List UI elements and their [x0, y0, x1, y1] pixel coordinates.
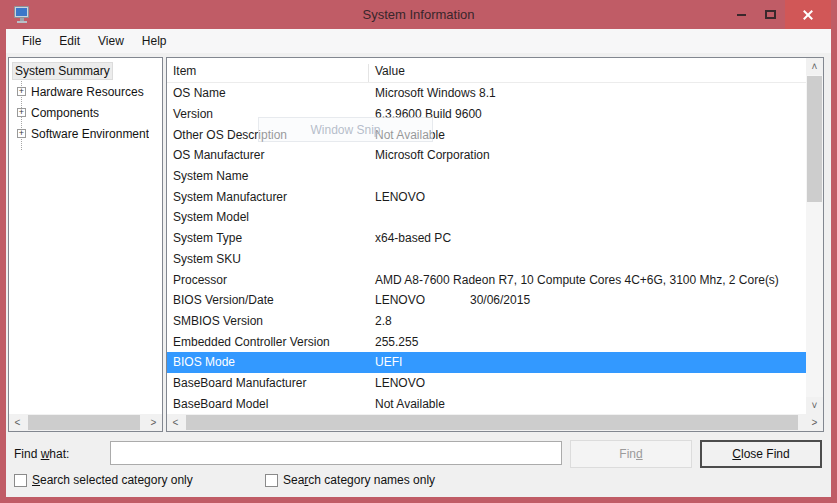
window-border: [0, 497, 837, 503]
menu-item-help[interactable]: Help: [133, 29, 176, 53]
value-cell: Not Available: [369, 397, 806, 411]
scrollbar-thumb[interactable]: [807, 76, 822, 202]
scrollbar-thumb[interactable]: [186, 415, 798, 430]
tree-item-label: Software Environment: [31, 127, 149, 141]
table-row[interactable]: BIOS Version/DateLENOVO30/06/2015: [167, 290, 806, 311]
scrollbar-thumb[interactable]: [28, 415, 140, 430]
table-row[interactable]: BaseBoard ModelNot Available: [167, 393, 806, 414]
find-what-input[interactable]: [110, 441, 562, 465]
scroll-left-icon[interactable]: ˂: [9, 414, 26, 431]
search-option-checkbox-2[interactable]: Search category names only: [265, 473, 435, 487]
value-part: 30/06/2015: [470, 293, 530, 307]
value-cell: LENOVO: [369, 376, 806, 390]
checkbox-icon[interactable]: [14, 474, 27, 487]
table-row[interactable]: System ManufacturerLENOVO: [167, 186, 806, 207]
expand-plus-icon[interactable]: +: [17, 87, 26, 96]
checkbox-label: Search selected category only: [32, 473, 193, 487]
item-cell: System Name: [167, 169, 369, 183]
tree-item-label: Hardware Resources: [31, 85, 144, 99]
table-row[interactable]: System Name: [167, 166, 806, 187]
value-cell: 255.255: [369, 335, 806, 349]
close-find-button[interactable]: Close Find: [700, 440, 822, 468]
search-option-checkbox-1[interactable]: Search selected category only: [14, 473, 193, 487]
tree-item-label: Components: [31, 106, 99, 120]
details-horizontal-scrollbar[interactable]: ˂ ˃: [167, 414, 823, 431]
scroll-up-icon[interactable]: ˄: [806, 58, 823, 75]
expand-plus-icon[interactable]: +: [17, 108, 26, 117]
tree-items: System Summary+Hardware Resources+Compon…: [9, 60, 162, 414]
sidebar-item-hardware-resources[interactable]: +Hardware Resources: [9, 81, 162, 102]
maximize-button[interactable]: [756, 0, 785, 29]
table-row[interactable]: ProcessorAMD A8-7600 Radeon R7, 10 Compu…: [167, 269, 806, 290]
scroll-down-icon[interactable]: ˅: [806, 397, 823, 414]
item-cell: OS Name: [167, 86, 369, 100]
value-cell: LENOVO30/06/2015: [369, 293, 806, 307]
menu-item-file[interactable]: File: [13, 29, 50, 53]
label-part: Sea: [283, 473, 304, 487]
value-cell: x64-based PC: [369, 231, 806, 245]
column-header-item[interactable]: Item: [167, 64, 369, 82]
menu-item-edit[interactable]: Edit: [50, 29, 89, 53]
titlebar[interactable]: System Information: [0, 0, 837, 29]
item-cell: SMBIOS Version: [167, 314, 369, 328]
table-row[interactable]: BIOS ModeUEFI: [167, 352, 806, 373]
item-cell: System SKU: [167, 252, 369, 266]
menu-bar: FileEditViewHelp: [6, 29, 831, 53]
table-row[interactable]: Embedded Controller Version255.255: [167, 331, 806, 352]
column-header-value[interactable]: Value: [369, 64, 806, 82]
window-border: [831, 29, 837, 503]
find-button[interactable]: Find: [570, 440, 692, 468]
checkbox-icon[interactable]: [265, 474, 278, 487]
table-row[interactable]: OS ManufacturerMicrosoft Corporation: [167, 145, 806, 166]
label-part: earch selected category only: [40, 473, 193, 487]
window-border: [0, 29, 6, 503]
menu-item-view[interactable]: View: [89, 29, 133, 53]
scroll-right-icon[interactable]: ˃: [806, 414, 823, 431]
vertical-scrollbar[interactable]: ˄ ˅: [806, 58, 823, 414]
value-cell: UEFI: [369, 355, 806, 369]
item-cell: System Type: [167, 231, 369, 245]
value-cell: Not Available: [369, 128, 806, 142]
close-icon: [802, 9, 814, 21]
item-cell: BIOS Version/Date: [167, 293, 369, 307]
item-cell: System Model: [167, 210, 369, 224]
item-cell: BIOS Mode: [167, 355, 369, 369]
item-cell: OS Manufacturer: [167, 148, 369, 162]
item-cell: Embedded Controller Version: [167, 335, 369, 349]
item-cell: Processor: [167, 273, 369, 287]
details-pane: Item Value OS NameMicrosoft Windows 8.1V…: [166, 57, 824, 432]
table-row[interactable]: BaseBoard ManufacturerLENOVO: [167, 373, 806, 394]
label-part: S: [32, 473, 40, 487]
value-cell: 2.8: [369, 314, 806, 328]
value-cell: AMD A8-7600 Radeon R7, 10 Compute Cores …: [369, 273, 806, 287]
list-header: Item Value: [167, 58, 806, 83]
sidebar-item-software-environment[interactable]: +Software Environment: [9, 123, 162, 144]
find-what-label: Find what:: [14, 447, 69, 461]
scroll-left-icon[interactable]: ˂: [167, 414, 184, 431]
window-title: System Information: [0, 0, 837, 29]
window-controls: [727, 0, 831, 29]
label-part: ch category names only: [308, 473, 435, 487]
item-cell: BaseBoard Manufacturer: [167, 376, 369, 390]
sidebar-item-system-summary[interactable]: System Summary: [9, 60, 162, 81]
table-row[interactable]: OS NameMicrosoft Windows 8.1: [167, 83, 806, 104]
table-row[interactable]: System SKU: [167, 249, 806, 270]
table-row[interactable]: SMBIOS Version2.8: [167, 311, 806, 332]
table-row[interactable]: System Typex64-based PC: [167, 228, 806, 249]
table-row[interactable]: System Model: [167, 207, 806, 228]
minimize-button[interactable]: [727, 0, 756, 29]
value-cell: 6.3.9600 Build 9600: [369, 107, 806, 121]
tree-horizontal-scrollbar[interactable]: ˂ ˃: [9, 414, 162, 431]
value-cell: LENOVO: [369, 190, 806, 204]
tree-item-label: System Summary: [12, 62, 113, 80]
window-snip-watermark: Window Snip: [258, 117, 433, 142]
value-cell: Microsoft Corporation: [369, 148, 806, 162]
scroll-right-icon[interactable]: ˃: [145, 414, 162, 431]
maximize-icon: [765, 10, 776, 19]
sidebar-item-components[interactable]: +Components: [9, 102, 162, 123]
close-button[interactable]: [785, 0, 831, 29]
value-cell: Microsoft Windows 8.1: [369, 86, 806, 100]
minimize-icon: [737, 14, 746, 16]
item-cell: System Manufacturer: [167, 190, 369, 204]
expand-plus-icon[interactable]: +: [17, 129, 26, 138]
